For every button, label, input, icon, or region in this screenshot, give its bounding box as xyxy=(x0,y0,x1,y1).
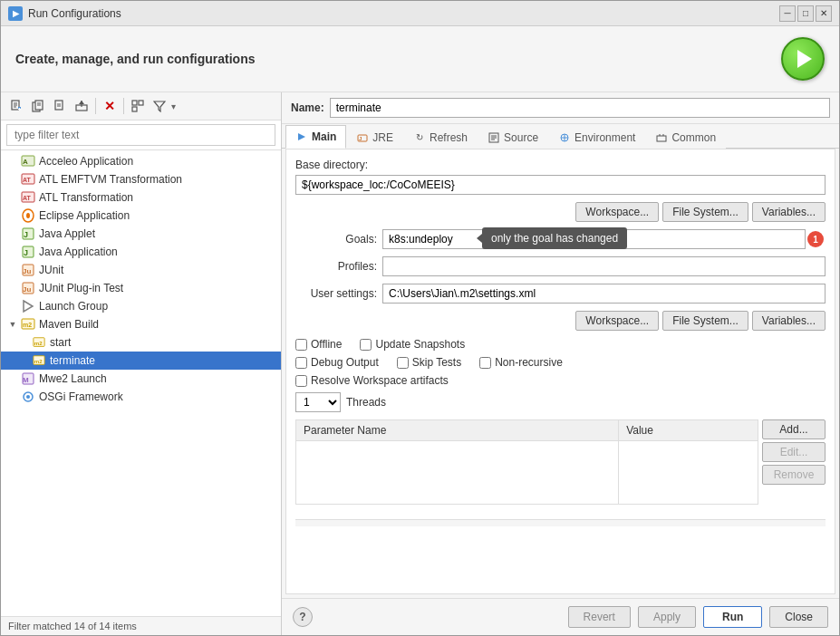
tab-refresh[interactable]: ↻ Refresh xyxy=(403,125,478,149)
tab-main[interactable]: Main xyxy=(285,125,346,149)
mwe2-icon: M xyxy=(21,371,35,386)
tree-area: A Acceleo Application AT ATL EMFTVM Tran… xyxy=(1,150,281,616)
debug-output-checkbox[interactable] xyxy=(295,357,307,369)
tree-item-terminate[interactable]: m2 terminate xyxy=(1,352,281,370)
non-recursive-checkbox-row: Non-recursive xyxy=(479,356,563,369)
toolbar-sep1 xyxy=(95,98,96,114)
checkboxes-section-1: Offline Update Snapshots xyxy=(295,338,826,351)
tab-environment[interactable]: Environment xyxy=(548,125,645,149)
tree-item-osgi[interactable]: OSGi Framework xyxy=(1,388,281,406)
name-label: Name: xyxy=(291,101,324,114)
tree-item-junit[interactable]: Ju JUnit xyxy=(1,261,281,279)
user-settings-input[interactable] xyxy=(382,284,826,304)
non-recursive-checkbox[interactable] xyxy=(479,357,491,369)
run-action-btn[interactable]: Run xyxy=(703,606,762,628)
tree-item-start[interactable]: m2 start xyxy=(1,333,281,352)
tree-item-atl-emftvm[interactable]: AT ATL EMFTVM Transformation xyxy=(1,170,281,188)
tree-label-java-app: Java Application xyxy=(39,246,118,258)
update-snapshots-checkbox[interactable] xyxy=(360,339,372,351)
offline-checkbox[interactable] xyxy=(295,339,307,351)
filter-input[interactable] xyxy=(6,124,275,146)
tab-jre-label: JRE xyxy=(372,131,393,144)
tab-common[interactable]: Common xyxy=(645,125,726,149)
maximize-btn[interactable]: □ xyxy=(797,5,814,22)
tree-label-terminate: terminate xyxy=(50,354,95,367)
base-dir-input[interactable] xyxy=(295,175,826,195)
svg-rect-17 xyxy=(132,101,137,105)
profiles-label: Profiles: xyxy=(295,260,377,273)
jre-tab-icon: J xyxy=(356,131,369,144)
tree-label-eclipse: Eclipse Application xyxy=(39,209,130,222)
tab-jre[interactable]: J JRE xyxy=(346,125,403,149)
workspace-btn-2[interactable]: Workspace... xyxy=(575,311,659,331)
duplicate-btn[interactable] xyxy=(28,96,48,116)
tree-label-acceleo: Acceleo Application xyxy=(39,155,133,168)
remove-launches-btn[interactable]: ✕ xyxy=(100,96,120,116)
remove-param-btn[interactable]: Remove xyxy=(762,465,826,485)
tree-item-launch-group[interactable]: Launch Group xyxy=(1,297,281,315)
java-applet-icon: J xyxy=(21,226,35,241)
param-buttons: Add... Edit... Remove xyxy=(762,419,826,512)
threads-row: 1 2 4 Threads xyxy=(295,392,826,412)
profiles-input[interactable] xyxy=(382,256,826,276)
tab-source-label: Source xyxy=(504,131,538,144)
tab-main-label: Main xyxy=(312,130,336,143)
checkboxes-section-2: Debug Output Skip Tests Non-recursive xyxy=(295,356,826,369)
apply-btn[interactable]: Apply xyxy=(638,606,696,628)
tree-item-maven-build[interactable]: ▼ m2 Maven Build xyxy=(1,315,281,333)
tree-item-junit-plugin[interactable]: Ju JUnit Plug-in Test xyxy=(1,279,281,297)
filter-dropdown[interactable]: ▾ xyxy=(171,101,176,111)
eclipse-icon xyxy=(21,208,35,223)
junit-plugin-icon: Ju xyxy=(21,281,35,295)
source-tab-icon xyxy=(488,131,500,144)
tree-item-java-applet[interactable]: J Java Applet xyxy=(1,225,281,243)
tree-label-atl: ATL Transformation xyxy=(39,191,133,204)
svg-text:Ju: Ju xyxy=(23,267,31,275)
tab-source[interactable]: Source xyxy=(478,125,548,149)
tree-item-mwe2[interactable]: M Mwe2 Launch xyxy=(1,370,281,388)
tree-label-mwe2: Mwe2 Launch xyxy=(39,372,107,385)
terminate-icon: m2 xyxy=(32,353,46,368)
export-btn[interactable] xyxy=(72,96,92,116)
goals-tooltip: only the goal has changed xyxy=(482,227,627,249)
offline-label: Offline xyxy=(311,338,342,351)
osgi-icon xyxy=(21,390,35,404)
user-settings-btn-row: Workspace... File System... Variables... xyxy=(295,311,826,331)
workspace-btn-1[interactable]: Workspace... xyxy=(575,202,659,222)
new-config-btn[interactable] xyxy=(6,96,26,116)
edit-param-btn[interactable]: Edit... xyxy=(762,442,826,462)
delete-btn[interactable] xyxy=(50,96,70,116)
filter-status-text: Filter matched 14 of 14 items xyxy=(8,621,137,631)
run-icon-btn[interactable] xyxy=(781,37,825,81)
resolve-workspace-checkbox-row: Resolve Workspace artifacts xyxy=(295,374,449,387)
maven-build-icon: m2 xyxy=(21,317,35,332)
add-param-btn[interactable]: Add... xyxy=(762,419,826,439)
close-btn[interactable]: Close xyxy=(769,606,828,628)
filesystem-btn-1[interactable]: File System... xyxy=(662,202,748,222)
left-toolbar: ✕ ▾ xyxy=(1,92,281,120)
name-input[interactable] xyxy=(330,98,830,118)
variables-btn-2[interactable]: Variables... xyxy=(752,311,826,331)
revert-btn[interactable]: Revert xyxy=(568,606,631,628)
filesystem-btn-2[interactable]: File System... xyxy=(662,311,748,331)
tree-item-acceleo[interactable]: A Acceleo Application xyxy=(1,152,281,170)
minimize-btn[interactable]: ─ xyxy=(779,5,796,22)
threads-select[interactable]: 1 2 4 xyxy=(295,392,341,412)
header-title: Create, manage, and run configurations xyxy=(15,52,256,66)
variables-btn-1[interactable]: Variables... xyxy=(752,202,826,222)
tree-item-java-app[interactable]: J Java Application xyxy=(1,243,281,261)
param-table-body[interactable] xyxy=(296,441,758,505)
svg-marker-37 xyxy=(24,301,33,312)
help-btn[interactable]: ? xyxy=(293,607,313,627)
close-window-btn[interactable]: ✕ xyxy=(816,5,832,22)
title-bar: ▶ Run Configurations ─ □ ✕ xyxy=(1,1,839,26)
non-recursive-label: Non-recursive xyxy=(495,356,563,369)
collapse-all-btn[interactable] xyxy=(128,96,148,116)
resolve-workspace-checkbox[interactable] xyxy=(295,375,307,387)
tree-item-atl[interactable]: AT ATL Transformation xyxy=(1,188,281,207)
base-dir-label: Base directory: xyxy=(295,159,826,171)
skip-tests-checkbox[interactable] xyxy=(397,357,409,369)
tree-item-eclipse[interactable]: Eclipse Application xyxy=(1,207,281,225)
filter-btn[interactable] xyxy=(150,96,169,116)
svg-text:M: M xyxy=(23,376,29,384)
